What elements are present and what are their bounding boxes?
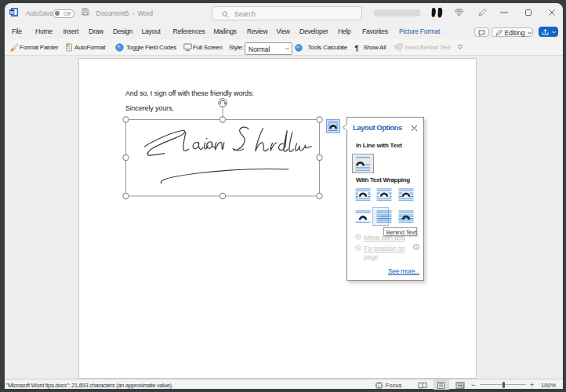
svg-text:W: W	[10, 10, 15, 15]
